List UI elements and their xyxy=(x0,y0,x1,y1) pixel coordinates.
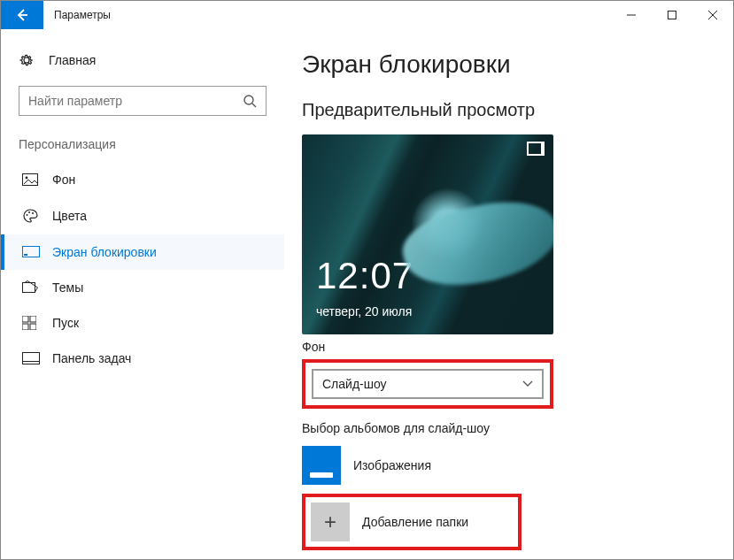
search-box[interactable] xyxy=(19,86,267,116)
maximize-icon xyxy=(668,11,676,19)
back-button[interactable] xyxy=(1,1,43,29)
app-title: Параметры xyxy=(43,1,111,29)
album-row-images[interactable]: Изображения xyxy=(302,446,715,485)
svg-rect-12 xyxy=(22,324,28,330)
sidebar-item-taskbar[interactable]: Панель задач xyxy=(1,341,284,376)
svg-rect-0 xyxy=(668,12,676,19)
add-folder-button[interactable]: + xyxy=(311,502,350,541)
background-dropdown[interactable]: Слайд-шоу xyxy=(312,369,544,399)
gear-icon xyxy=(19,52,36,68)
sidebar-section-title: Персонализация xyxy=(1,137,284,162)
lockscreen-icon xyxy=(22,246,40,258)
add-folder-label: Добавление папки xyxy=(362,515,468,529)
start-icon xyxy=(22,316,40,330)
background-dropdown-value: Слайд-шоу xyxy=(322,377,387,391)
sidebar-item-background[interactable]: Фон xyxy=(1,162,284,197)
album-thumbnail xyxy=(302,446,341,485)
background-dropdown-highlight: Слайд-шоу xyxy=(302,359,553,409)
sidebar: Главная Персонализация Фон Цвета Экран б… xyxy=(1,29,284,559)
sidebar-item-label: Экран блокировки xyxy=(52,245,157,259)
svg-rect-11 xyxy=(30,316,36,322)
titlebar: Параметры xyxy=(1,1,733,29)
sidebar-item-label: Цвета xyxy=(52,209,87,223)
close-button[interactable] xyxy=(692,1,733,29)
sidebar-item-lockscreen[interactable]: Экран блокировки xyxy=(1,234,284,270)
sidebar-item-themes[interactable]: Темы xyxy=(1,270,284,305)
chevron-down-icon xyxy=(522,380,533,387)
page-title: Экран блокировки xyxy=(302,50,715,79)
picture-icon xyxy=(22,173,40,186)
expand-icon xyxy=(527,142,545,156)
close-icon xyxy=(708,11,717,19)
svg-rect-8 xyxy=(24,254,27,256)
preview-heading: Предварительный просмотр xyxy=(302,100,715,120)
sidebar-item-label: Пуск xyxy=(52,316,79,330)
background-label: Фон xyxy=(302,340,715,354)
search-icon xyxy=(243,94,257,108)
home-label: Главная xyxy=(49,53,96,67)
arrow-left-icon xyxy=(15,8,29,22)
search-input[interactable] xyxy=(28,94,243,108)
preview-clock: 12:07 xyxy=(316,255,413,297)
svg-point-6 xyxy=(32,212,34,214)
sidebar-item-start[interactable]: Пуск xyxy=(1,305,284,341)
themes-icon xyxy=(22,280,40,295)
home-button[interactable]: Главная xyxy=(1,45,284,86)
svg-rect-13 xyxy=(30,324,36,330)
plus-icon: + xyxy=(324,510,336,534)
main-panel: Экран блокировки Предварительный просмот… xyxy=(284,29,733,559)
svg-point-5 xyxy=(28,211,30,213)
svg-point-1 xyxy=(244,96,253,104)
svg-rect-10 xyxy=(22,316,28,322)
maximize-button[interactable] xyxy=(652,1,692,29)
sidebar-item-label: Темы xyxy=(52,280,83,295)
titlebar-spacer xyxy=(111,1,611,29)
content: Главная Персонализация Фон Цвета Экран б… xyxy=(1,29,733,559)
sidebar-item-colors[interactable]: Цвета xyxy=(1,197,284,234)
lockscreen-preview: 12:07 четверг, 20 июля xyxy=(302,134,553,334)
window-controls xyxy=(611,1,733,29)
add-folder-highlight: + Добавление папки xyxy=(302,494,522,550)
sidebar-item-label: Фон xyxy=(52,173,75,187)
taskbar-icon xyxy=(22,352,40,364)
album-name: Изображения xyxy=(353,458,431,472)
minimize-icon xyxy=(627,11,636,19)
svg-point-4 xyxy=(27,214,28,216)
preview-date: четверг, 20 июля xyxy=(316,304,412,318)
minimize-button[interactable] xyxy=(611,1,652,29)
palette-icon xyxy=(22,208,40,224)
sidebar-item-label: Панель задач xyxy=(52,351,131,365)
albums-label: Выбор альбомов для слайд-шоу xyxy=(302,421,715,435)
svg-point-3 xyxy=(26,177,28,180)
